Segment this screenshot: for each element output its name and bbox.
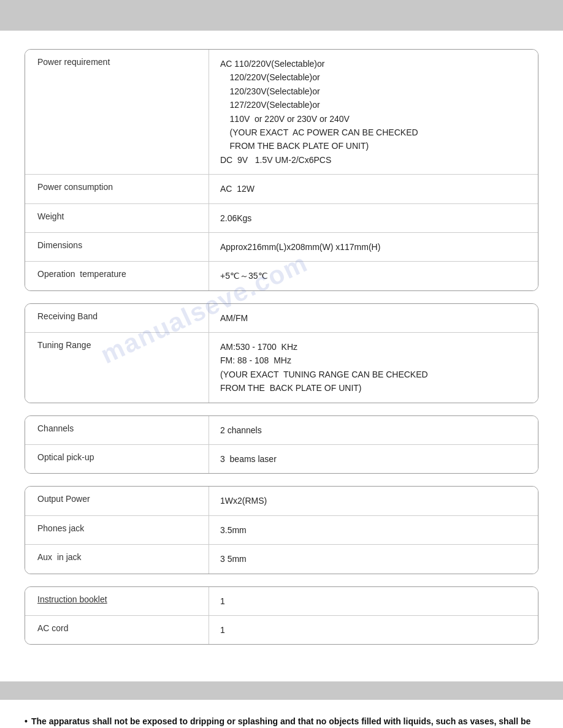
label-operation-temperature: Operation temperature	[25, 262, 209, 290]
value-channels: 2 channels	[209, 416, 538, 444]
value-power-requirement: AC 110/220V(Selectable)or 120/220V(Selec…	[209, 50, 538, 174]
value-power-consumption: AC 12W	[209, 175, 538, 203]
note-bullet-1: •	[25, 715, 28, 728]
value-phones-jack: 3.5mm	[209, 516, 538, 544]
value-aux-in-jack: 3 5mm	[209, 545, 538, 573]
spec-row-channels: Channels 2 channels	[25, 416, 538, 445]
label-power-consumption: Power consumption	[25, 175, 209, 203]
label-weight: Weight	[25, 204, 209, 232]
spec-row-instruction-booklet: Instruction booklet 1	[25, 587, 538, 616]
label-receiving-band: Receiving Band	[25, 304, 209, 332]
label-channels: Channels	[25, 416, 209, 444]
label-aux-in-jack: Aux in jack	[25, 545, 209, 573]
spec-row-aux-in-jack: Aux in jack 3 5mm	[25, 545, 538, 573]
label-ac-cord: AC cord	[25, 616, 209, 644]
main-content: manualseve.com Power requirement AC 110/…	[0, 31, 563, 669]
value-output-power: 1Wx2(RMS)	[209, 487, 538, 515]
value-optical-pickup: 3 beams laser	[209, 445, 538, 473]
header-bar	[0, 0, 563, 31]
spec-row-power-req: Power requirement AC 110/220V(Selectable…	[25, 50, 538, 175]
label-power-requirement: Power requirement	[25, 50, 209, 174]
power-section: Power requirement AC 110/220V(Selectable…	[25, 49, 538, 291]
value-ac-cord: 1	[209, 616, 538, 644]
label-phones-jack: Phones jack	[25, 516, 209, 544]
spec-row-operation-temp: Operation temperature +5℃～35℃	[25, 262, 538, 290]
notes-section: • The apparatus shall not be exposed to …	[0, 709, 563, 728]
accessory-section: Instruction booklet 1 AC cord 1	[25, 586, 538, 645]
spec-row-output-power: Output Power 1Wx2(RMS)	[25, 487, 538, 515]
mid-bar	[0, 681, 563, 700]
radio-section: Receiving Band AM/FM Tuning Range AM:530…	[25, 303, 538, 403]
spec-row-tuning-range: Tuning Range AM:530 - 1700 KHz FM: 88 - …	[25, 333, 538, 403]
spec-row-phones-jack: Phones jack 3.5mm	[25, 516, 538, 545]
spec-row-power-consumption: Power consumption AC 12W	[25, 175, 538, 203]
value-tuning-range: AM:530 - 1700 KHz FM: 88 - 108 MHz (YOUR…	[209, 333, 538, 403]
cd-section: Channels 2 channels Optical pick-up 3 be…	[25, 415, 538, 474]
spec-row-weight: Weight 2.06Kgs	[25, 204, 538, 233]
value-weight: 2.06Kgs	[209, 204, 538, 232]
note-item-1: • The apparatus shall not be exposed to …	[25, 715, 538, 728]
value-receiving-band: AM/FM	[209, 304, 538, 332]
audio-section: Output Power 1Wx2(RMS) Phones jack 3.5mm…	[25, 486, 538, 574]
label-tuning-range: Tuning Range	[25, 333, 209, 403]
label-output-power: Output Power	[25, 487, 209, 515]
value-dimensions: Approx216mm(L)x208mm(W) x117mm(H)	[209, 233, 538, 261]
sections-area: Power requirement AC 110/220V(Selectable…	[25, 49, 538, 645]
spec-row-optical-pickup: Optical pick-up 3 beams laser	[25, 445, 538, 473]
label-dimensions: Dimensions	[25, 233, 209, 261]
spec-row-ac-cord: AC cord 1	[25, 616, 538, 644]
spec-row-dimensions: Dimensions Approx216mm(L)x208mm(W) x117m…	[25, 233, 538, 262]
spec-row-receiving-band: Receiving Band AM/FM	[25, 304, 538, 333]
note-text-1: The apparatus shall not be exposed to dr…	[31, 715, 538, 728]
label-instruction-booklet-text: Instruction booklet	[37, 594, 107, 604]
label-instruction-booklet: Instruction booklet	[25, 587, 209, 615]
label-optical-pickup: Optical pick-up	[25, 445, 209, 473]
value-operation-temperature: +5℃～35℃	[209, 262, 538, 290]
page-wrapper: manualseve.com Power requirement AC 110/…	[0, 0, 563, 728]
value-instruction-booklet: 1	[209, 587, 538, 615]
